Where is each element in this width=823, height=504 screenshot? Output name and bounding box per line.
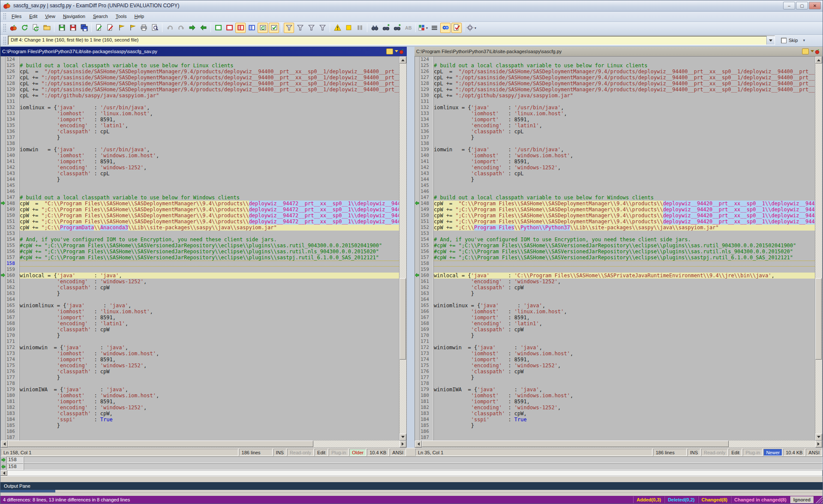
print-button[interactable] [138, 23, 149, 33]
code-text[interactable]: # build out a local classpath variable t… [434, 63, 815, 69]
code-text[interactable]: 'classpath' : cpL [434, 171, 815, 177]
toolbar-grip[interactable] [3, 24, 6, 32]
code-text[interactable]: } [434, 177, 815, 183]
code-text[interactable]: winiomwin = {'java' : 'java', [434, 345, 815, 351]
scroll-left-icon[interactable] [0, 470, 7, 476]
code-text[interactable]: cpW += ";C:\\Program Files\\SASHome\\SAS… [434, 219, 815, 225]
code-text[interactable]: } [20, 135, 399, 141]
close-button[interactable]: ✕ [809, 2, 821, 9]
code-text[interactable]: #cpW += ";C:\\Program Files\\SASHome\\SA… [20, 243, 399, 249]
code-text[interactable]: iomlinux = {'java' : '/usr/bin/java', [434, 105, 815, 111]
menu-grip[interactable] [3, 13, 6, 20]
code-text[interactable]: } [434, 423, 815, 429]
first-pane-button[interactable] [213, 23, 223, 33]
inspector-line-text[interactable] [24, 456, 823, 463]
code-text[interactable]: cpL += ":/opt/sasinside/SASHome/SASDeplo… [20, 87, 399, 93]
first-file-horizontal-scrollbar[interactable] [0, 441, 407, 448]
open-files-button[interactable] [42, 23, 52, 33]
show-checkmarks-button[interactable] [269, 23, 279, 33]
code-text[interactable]: cpW += ";C:\\Program Files\\SASHome\\SAS… [20, 213, 399, 219]
code-text[interactable] [20, 57, 399, 63]
recompare-active-button[interactable] [30, 23, 41, 33]
code-text[interactable]: 'sspi' : True [434, 417, 815, 423]
menu-view[interactable]: View [41, 12, 59, 20]
code-text[interactable]: 'iomhost' : 'windows.iom.host', [434, 351, 815, 357]
toolbar-overflow-icon[interactable]: ▾ [803, 38, 805, 42]
allow-editing-button[interactable] [451, 23, 462, 33]
code-text[interactable]: cpL += ":/opt/sasinside/SASHome/SASDeplo… [434, 75, 815, 81]
code-text[interactable] [20, 339, 399, 345]
code-text[interactable] [20, 141, 399, 147]
show-deleted-button[interactable] [306, 23, 316, 33]
code-text[interactable] [434, 183, 815, 189]
code-text[interactable]: winiomwin = {'java' : 'java', [20, 345, 399, 351]
minimize-button[interactable]: – [783, 2, 795, 9]
code-text[interactable]: 'iomport' : 8591, [434, 117, 815, 123]
code-text[interactable]: 'classpath' : cpL [434, 129, 815, 135]
edit-first-file-button[interactable] [94, 23, 104, 33]
code-text[interactable]: 'encoding' : 'windows-1252', [434, 165, 815, 171]
code-text[interactable]: 'encoding' : 'windows-1252', [20, 165, 399, 171]
code-text[interactable]: 'classpath' : cpW [434, 369, 815, 375]
scroll-left-icon[interactable] [415, 441, 422, 447]
code-text[interactable] [434, 231, 815, 237]
redo-button[interactable] [176, 23, 186, 33]
code-text[interactable]: cpW += ";C:\\ProgramData\\Anaconda3\\Lib… [20, 225, 399, 231]
code-text[interactable]: 'classpath' : cpL [20, 129, 399, 135]
code-text[interactable]: 'encoding' : 'latin1', [434, 321, 815, 327]
resize-grip[interactable] [816, 496, 823, 503]
code-text[interactable] [434, 429, 815, 435]
code-text[interactable]: winlocal = {'java' : 'C:\\Program Files\… [434, 273, 815, 279]
compare-files-button[interactable] [8, 23, 18, 33]
code-text[interactable]: 'encoding' : 'windows-1252', [434, 363, 815, 369]
code-text[interactable] [434, 57, 815, 63]
show-added-button[interactable] [295, 23, 305, 33]
scroll-down-icon[interactable] [815, 434, 822, 441]
code-text[interactable]: } [434, 291, 815, 297]
code-text[interactable]: 'encoding' : 'windows-1252', [20, 279, 399, 285]
code-text[interactable]: #cpW += ";C:\\Program Files\\SASHome\\SA… [434, 249, 815, 255]
code-text[interactable]: # build out a local classpath variable t… [20, 195, 399, 201]
code-text[interactable]: 'iomhost' : 'linux.iom.host', [434, 309, 815, 315]
code-text[interactable] [434, 267, 815, 273]
code-text[interactable]: 'iomport' : 8591, [20, 357, 399, 363]
scroll-left-icon[interactable] [1, 441, 8, 447]
code-text[interactable]: cpL = "/opt/sasinside/SASHome/SASDeploym… [434, 69, 815, 75]
code-text[interactable]: } [434, 333, 815, 339]
code-text[interactable]: winiomlinux = {'java' : 'java', [20, 303, 399, 309]
code-text[interactable]: } [20, 375, 399, 381]
code-text[interactable]: 'iomport' : 8591, [434, 399, 815, 405]
code-text[interactable]: 'classpath' : cpW [434, 285, 815, 291]
horizontal-layout-button[interactable] [246, 23, 257, 33]
options-button[interactable]: ▼ [466, 23, 477, 33]
find-button[interactable] [369, 23, 380, 33]
copy-path-icon[interactable] [386, 48, 393, 54]
skip-checkbox[interactable] [781, 38, 787, 43]
copy-block-right-button[interactable] [187, 23, 197, 33]
code-text[interactable]: #cpW += ";C:\\Program Files\\SASHome\\SA… [434, 255, 815, 261]
code-text[interactable]: 'classpath' : cpW, [20, 411, 399, 417]
code-text[interactable]: 'iomport' : 8591, [434, 159, 815, 165]
code-text[interactable]: cpL += ":/opt/sasinside/SASHome/SASDeplo… [434, 81, 815, 87]
maximize-button[interactable]: ▢ [796, 2, 808, 9]
scroll-down-icon[interactable] [399, 434, 406, 441]
diff-map-button[interactable]: ▼ [418, 23, 428, 33]
code-text[interactable]: 'encoding' : 'latin1', [434, 123, 815, 129]
code-text[interactable]: 'sspi' : True [20, 417, 399, 423]
code-text[interactable] [434, 141, 815, 147]
code-text[interactable] [20, 435, 399, 441]
code-text[interactable]: 'iomhost' : 'linux.iom.host', [20, 309, 399, 315]
code-text[interactable]: cpW += ";C:\\Program Files\\SASHome\\SAS… [20, 207, 399, 213]
code-text[interactable]: 'iomhost' : 'windows.iom.host', [20, 351, 399, 357]
copy-path-icon[interactable] [802, 48, 809, 54]
code-text[interactable] [434, 261, 815, 267]
code-text[interactable]: 'classpath' : cpW [20, 285, 399, 291]
chevron-down-icon[interactable] [395, 48, 398, 54]
code-text[interactable]: } [434, 135, 815, 141]
plugins-button[interactable] [440, 23, 451, 33]
code-text[interactable]: 'classpath' : cpW, [434, 411, 815, 417]
code-text[interactable] [434, 297, 815, 303]
code-text[interactable]: cpL = "/opt/sasinside/SASHome/SASDeploym… [20, 69, 399, 75]
code-text[interactable] [20, 99, 399, 105]
code-text[interactable] [20, 297, 399, 303]
